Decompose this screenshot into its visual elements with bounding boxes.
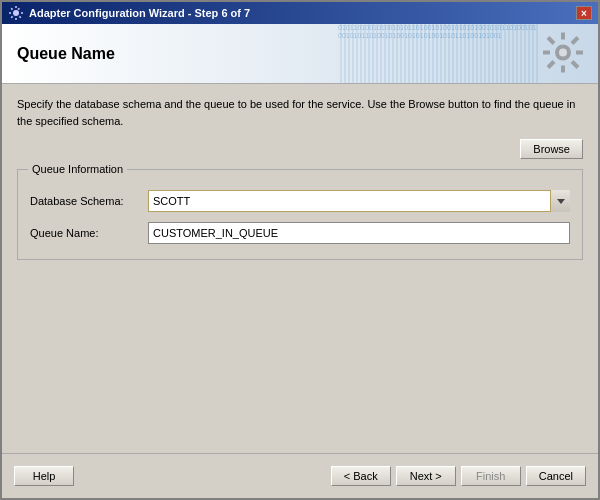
schema-label: Database Schema: — [30, 195, 140, 207]
browse-button[interactable]: Browse — [520, 139, 583, 159]
back-button[interactable]: < Back — [331, 466, 391, 486]
queue-name-row: Queue Name: — [30, 222, 570, 244]
svg-line-9 — [572, 37, 578, 43]
wizard-icon — [8, 5, 24, 21]
header-pattern: 0101101001010010101101001010010101010010… — [338, 24, 538, 83]
header-gear-icon — [538, 27, 588, 80]
footer: Help < Back Next > Finish Cancel — [2, 453, 598, 498]
svg-point-0 — [13, 10, 19, 16]
queue-information-group: Queue Information Database Schema: SCOTT… — [17, 169, 583, 260]
queue-name-input-wrapper — [148, 222, 570, 244]
group-legend: Queue Information — [28, 163, 127, 175]
header-band: Queue Name 01011010010100101011010010100… — [2, 24, 598, 84]
main-window: Adapter Configuration Wizard - Step 6 of… — [0, 0, 600, 500]
schema-row: Database Schema: SCOTT — [30, 190, 570, 212]
cancel-button[interactable]: Cancel — [526, 466, 586, 486]
footer-nav-buttons: < Back Next > Finish Cancel — [331, 466, 586, 486]
content-area: Specify the database schema and the queu… — [2, 84, 598, 453]
content-spacer — [17, 270, 583, 441]
next-button[interactable]: Next > — [396, 466, 456, 486]
title-text: Adapter Configuration Wizard - Step 6 of… — [29, 7, 250, 19]
svg-line-10 — [548, 61, 554, 67]
finish-button: Finish — [461, 466, 521, 486]
title-bar-left: Adapter Configuration Wizard - Step 6 of… — [8, 5, 250, 21]
svg-line-8 — [572, 61, 578, 67]
close-button[interactable]: × — [576, 6, 592, 20]
help-button[interactable]: Help — [14, 466, 74, 486]
queue-name-label: Queue Name: — [30, 227, 140, 239]
browse-row: Browse — [17, 139, 583, 159]
description-text: Specify the database schema and the queu… — [17, 96, 583, 129]
schema-select[interactable]: SCOTT — [148, 190, 570, 212]
queue-name-input[interactable] — [148, 222, 570, 244]
schema-select-wrapper: SCOTT — [148, 190, 570, 212]
title-bar: Adapter Configuration Wizard - Step 6 of… — [2, 2, 598, 24]
svg-line-7 — [548, 37, 554, 43]
svg-point-2 — [559, 48, 567, 56]
page-title: Queue Name — [17, 45, 115, 63]
